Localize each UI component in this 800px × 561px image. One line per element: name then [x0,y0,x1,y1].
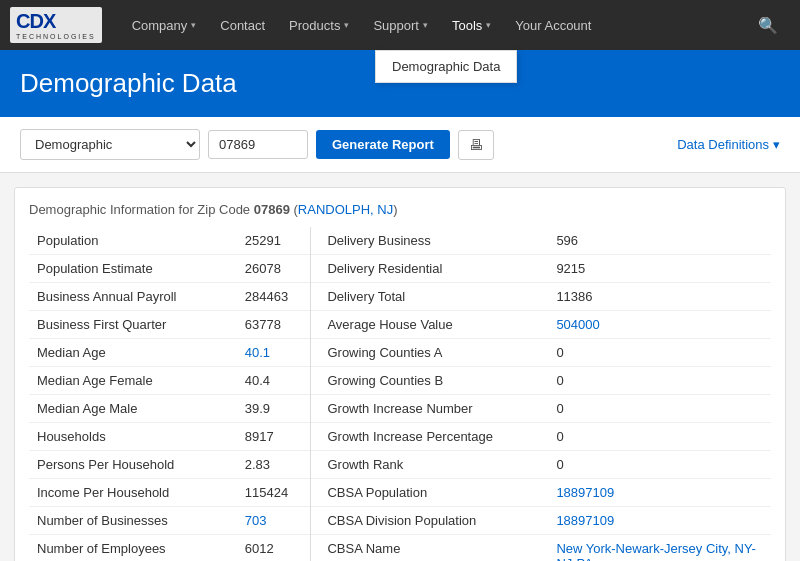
logo-sub-text: TECHNOLOGIES [16,33,96,40]
left-value: 115424 [237,479,311,507]
chevron-down-icon: ▾ [423,20,428,30]
right-value: 0 [548,339,771,367]
table-row: Median Age40.1Growing Counties A0 [29,339,771,367]
right-label: Delivery Business [311,227,548,255]
left-label: Median Age Male [29,395,237,423]
left-value: 284463 [237,283,311,311]
right-label: Growth Increase Percentage [311,423,548,451]
left-label: Households [29,423,237,451]
left-label: Income Per Household [29,479,237,507]
right-value: 0 [548,451,771,479]
generate-report-button[interactable]: Generate Report [316,130,450,159]
right-label: CBSA Population [311,479,548,507]
chevron-down-icon: ▾ [191,20,196,30]
dropdown-item-demographic-data[interactable]: Demographic Data [376,51,516,82]
controls-bar: Demographic Business Residential Generat… [0,117,800,173]
left-label: Number of Businesses [29,507,237,535]
right-value: 9215 [548,255,771,283]
right-value: 11386 [548,283,771,311]
right-value: 0 [548,395,771,423]
left-value: 8917 [237,423,311,451]
nav-item-contact[interactable]: Contact [210,0,275,50]
demographic-table: Population25291Delivery Business596Popul… [29,227,771,561]
right-value[interactable]: New York-Newark-Jersey City, NY-NJ-PA [548,535,771,562]
table-row: Number of Employees6012CBSA NameNew York… [29,535,771,562]
nav-item-products[interactable]: Products ▾ [279,0,359,50]
search-icon[interactable]: 🔍 [746,0,790,50]
zip-code-bold: 07869 [254,202,290,217]
right-label: Growth Rank [311,451,548,479]
location-link[interactable]: RANDOLPH, NJ [298,202,393,217]
right-value[interactable]: 18897109 [548,479,771,507]
left-label: Median Age [29,339,237,367]
logo-box: CDX TECHNOLOGIES [10,7,102,43]
table-row: Median Age Female40.4Growing Counties B0 [29,367,771,395]
chevron-down-icon: ▾ [486,20,491,30]
printer-icon: 🖶 [469,137,483,153]
tools-dropdown: Demographic Data [375,50,517,83]
left-value: 26078 [237,255,311,283]
navbar: CDX TECHNOLOGIES Company ▾ Contact Produ… [0,0,800,50]
table-row: Business First Quarter63778Average House… [29,311,771,339]
table-row: Population Estimate26078Delivery Residen… [29,255,771,283]
table-row: Median Age Male39.9Growth Increase Numbe… [29,395,771,423]
right-value: 0 [548,423,771,451]
right-label: Growth Increase Number [311,395,548,423]
left-label: Business First Quarter [29,311,237,339]
chevron-down-icon: ▾ [773,137,780,152]
right-label: CBSA Name [311,535,548,562]
left-label: Population Estimate [29,255,237,283]
left-value: 25291 [237,227,311,255]
right-value[interactable]: 18897109 [548,507,771,535]
left-label: Persons Per Household [29,451,237,479]
left-label: Population [29,227,237,255]
zip-code-input[interactable] [208,130,308,159]
right-value: 0 [548,367,771,395]
chevron-down-icon: ▾ [344,20,349,30]
table-row: Households8917Growth Increase Percentage… [29,423,771,451]
table-row: Business Annual Payroll284463Delivery To… [29,283,771,311]
left-value: 6012 [237,535,311,562]
left-label: Median Age Female [29,367,237,395]
left-value[interactable]: 703 [237,507,311,535]
right-label: Average House Value [311,311,548,339]
left-value: 63778 [237,311,311,339]
main-content: Demographic Information for Zip Code 078… [14,187,786,561]
right-label: Delivery Residential [311,255,548,283]
nav-item-support[interactable]: Support ▾ [363,0,438,50]
right-label: Delivery Total [311,283,548,311]
table-row: Income Per Household115424CBSA Populatio… [29,479,771,507]
right-label: Growing Counties A [311,339,548,367]
right-value[interactable]: 504000 [548,311,771,339]
table-row: Population25291Delivery Business596 [29,227,771,255]
right-value: 596 [548,227,771,255]
nav-item-company[interactable]: Company ▾ [122,0,207,50]
left-value[interactable]: 40.1 [237,339,311,367]
nav-item-tools[interactable]: Tools ▾ [442,0,501,50]
left-value: 2.83 [237,451,311,479]
table-row: Persons Per Household2.83Growth Rank0 [29,451,771,479]
left-value: 40.4 [237,367,311,395]
nav-item-your-account[interactable]: Your Account [505,0,601,50]
left-value: 39.9 [237,395,311,423]
logo-cdx-text: CDX [16,10,55,32]
nav-items: Company ▾ Contact Products ▾ Support ▾ T… [122,0,746,50]
right-label: Growing Counties B [311,367,548,395]
zip-info-prefix: Demographic Information for Zip Code [29,202,254,217]
logo[interactable]: CDX TECHNOLOGIES [10,7,102,43]
report-type-select[interactable]: Demographic Business Residential [20,129,200,160]
left-label: Number of Employees [29,535,237,562]
table-row: Number of Businesses703CBSA Division Pop… [29,507,771,535]
left-label: Business Annual Payroll [29,283,237,311]
zip-info: Demographic Information for Zip Code 078… [29,202,771,217]
data-definitions-link[interactable]: Data Definitions ▾ [677,137,780,152]
print-button[interactable]: 🖶 [458,130,494,160]
right-label: CBSA Division Population [311,507,548,535]
